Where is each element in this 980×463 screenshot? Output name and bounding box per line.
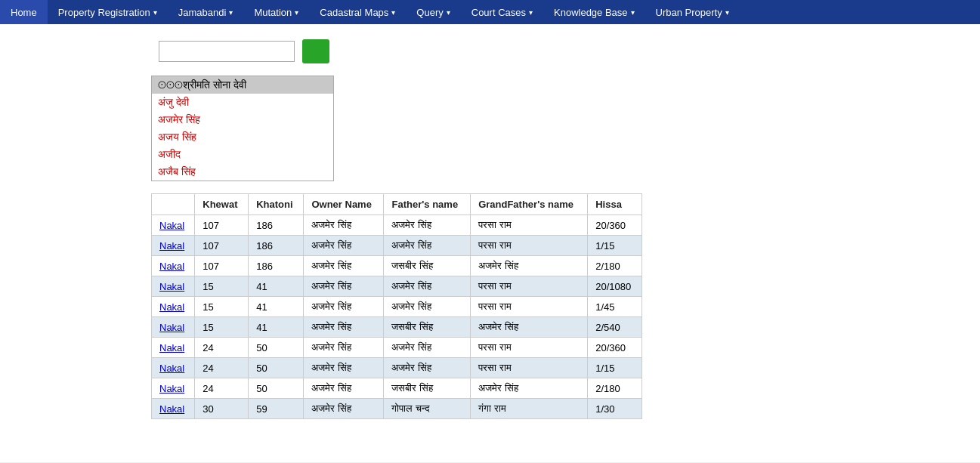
table-cell: अजमेर सिंह xyxy=(304,297,384,317)
table-cell: 41 xyxy=(249,317,304,338)
table-row: Nakal1541अजमेर सिंहअजमेर सिंहपरसा राम1/4… xyxy=(152,297,642,317)
table-cell[interactable]: Nakal xyxy=(152,317,195,338)
table-cell: 186 xyxy=(249,256,304,276)
nav-item-home[interactable]: Home xyxy=(0,0,48,24)
nav-item-urban-property[interactable]: Urban Property▾ xyxy=(645,0,740,24)
header-row: KhewatKhatoniOwner NameFather's nameGran… xyxy=(152,194,642,215)
table-row: Nakal2450अजमेर सिंहजसबीर सिंहअजमेर सिंह2… xyxy=(152,378,642,399)
table-cell: 41 xyxy=(249,276,304,297)
table-row: Nakal107186अजमेर सिंहअजमेर सिंहपरसा राम2… xyxy=(152,215,642,236)
table-cell: 2/180 xyxy=(588,378,642,399)
nav-item-court-cases[interactable]: Court Cases▾ xyxy=(461,0,543,24)
table-cell: 20/360 xyxy=(588,215,642,236)
dropdown-item[interactable]: ⊙⊙⊙श्रीमति सोना देवी xyxy=(152,76,333,94)
dropdown-item[interactable]: अंजु देवी xyxy=(152,94,333,111)
table-cell: 15 xyxy=(195,317,249,338)
table-cell: परसा राम xyxy=(471,236,588,256)
col-header-6: Hissa xyxy=(588,194,642,215)
table-cell: अजमेर सिंह xyxy=(304,378,384,399)
table-cell: अजमेर सिंह xyxy=(384,338,471,358)
table-cell: 24 xyxy=(195,358,249,378)
nav-item-cadastral-maps[interactable]: Cadastral Maps▾ xyxy=(309,0,406,24)
dropdown-arrow-icon: ▾ xyxy=(529,8,533,17)
table-cell: अजमेर सिंह xyxy=(384,215,471,236)
nav-item-knowledge-base[interactable]: Knowledge Base▾ xyxy=(543,0,645,24)
table-cell[interactable]: Nakal xyxy=(152,215,195,236)
table-cell: परसा राम xyxy=(471,297,588,317)
table-cell: 30 xyxy=(195,399,249,419)
table-cell[interactable]: Nakal xyxy=(152,338,195,358)
table-cell: 41 xyxy=(249,297,304,317)
table-cell[interactable]: Nakal xyxy=(152,236,195,256)
main-nav: HomeProperty Registration▾Jamabandi▾Muta… xyxy=(0,0,980,24)
dropdown-item[interactable]: अजैब सिंह xyxy=(152,163,333,181)
nav-item-property-registration[interactable]: Property Registration▾ xyxy=(48,0,168,24)
dropdown-item[interactable]: अजमेर सिंह xyxy=(152,111,333,128)
table-wrapper: KhewatKhatoniOwner NameFather's nameGran… xyxy=(30,193,950,419)
table-cell: अजमेर सिंह xyxy=(471,317,588,338)
table-cell: 107 xyxy=(195,215,249,236)
table-cell: 20/360 xyxy=(588,338,642,358)
table-cell: अजमेर सिंह xyxy=(384,358,471,378)
table-cell: अजमेर सिंह xyxy=(304,256,384,276)
table-row: Nakal1541अजमेर सिंहजसबीर सिंहअजमेर सिंह2… xyxy=(152,317,642,338)
table-cell: अजमेर सिंह xyxy=(304,236,384,256)
nav-item-mutation[interactable]: Mutation▾ xyxy=(243,0,309,24)
table-cell[interactable]: Nakal xyxy=(152,358,195,378)
table-cell: 59 xyxy=(249,399,304,419)
results-table: KhewatKhatoniOwner NameFather's nameGran… xyxy=(151,193,642,419)
dropdown-arrow-icon: ▾ xyxy=(447,8,450,17)
table-cell: 107 xyxy=(195,256,249,276)
table-cell: परसा राम xyxy=(471,358,588,378)
table-cell: अजमेर सिंह xyxy=(304,358,384,378)
table-cell: अजमेर सिंह xyxy=(304,276,384,297)
table-cell: 15 xyxy=(195,276,249,297)
table-cell: 1/15 xyxy=(588,236,642,256)
table-cell: परसा राम xyxy=(471,215,588,236)
col-header-4: Father's name xyxy=(384,194,471,215)
dropdown-list[interactable]: ⊙⊙⊙श्रीमति सोना देवीअंजु देवीअजमेर सिंहअ… xyxy=(151,76,334,181)
table-cell[interactable]: Nakal xyxy=(152,276,195,297)
col-header-0 xyxy=(152,194,195,215)
nav-item-query[interactable]: Query▾ xyxy=(406,0,460,24)
dropdown-arrow-icon: ▾ xyxy=(229,8,233,17)
table-cell: अजमेर सिंह xyxy=(471,256,588,276)
table-cell: अजमेर सिंह xyxy=(384,236,471,256)
col-header-3: Owner Name xyxy=(304,194,384,215)
col-header-5: GrandFather's name xyxy=(471,194,588,215)
table-cell: अजमेर सिंह xyxy=(304,338,384,358)
table-cell: 15 xyxy=(195,297,249,317)
search-area xyxy=(30,39,950,63)
dropdown-arrow-icon: ▾ xyxy=(631,8,635,17)
dropdown-arrow-icon: ▾ xyxy=(295,8,298,17)
table-row: Nakal3059अजमेर सिंहगोपाल चन्दगंगा राम1/3… xyxy=(152,399,642,419)
table-cell: अजमेर सिंह xyxy=(471,378,588,399)
table-cell: 1/30 xyxy=(588,399,642,419)
table-cell[interactable]: Nakal xyxy=(152,256,195,276)
table-cell: 2/540 xyxy=(588,317,642,338)
main-content: ⊙⊙⊙श्रीमति सोना देवीअंजु देवीअजमेर सिंहअ… xyxy=(0,24,980,462)
dropdown-arrow-icon: ▾ xyxy=(725,8,729,17)
table-cell: 186 xyxy=(249,215,304,236)
dropdown-arrow-icon: ▾ xyxy=(391,8,395,17)
dropdown-arrow-icon: ▾ xyxy=(153,8,157,17)
table-cell: परसा राम xyxy=(471,338,588,358)
dropdown-item[interactable]: अजय सिंह xyxy=(152,128,333,146)
table-cell[interactable]: Nakal xyxy=(152,378,195,399)
table-head: KhewatKhatoniOwner NameFather's nameGran… xyxy=(152,194,642,215)
col-header-2: Khatoni xyxy=(249,194,304,215)
table-cell: 1/15 xyxy=(588,358,642,378)
dropdown-item[interactable]: अजीद xyxy=(152,146,333,163)
table-cell: 107 xyxy=(195,236,249,256)
click-button[interactable] xyxy=(302,39,329,63)
table-row: Nakal1541अजमेर सिंहअजमेर सिंहपरसा राम20/… xyxy=(152,276,642,297)
table-cell: 50 xyxy=(249,338,304,358)
table-cell: 24 xyxy=(195,338,249,358)
nav-item-jamabandi[interactable]: Jamabandi▾ xyxy=(168,0,244,24)
table-cell: जसबीर सिंह xyxy=(384,256,471,276)
col-header-1: Khewat xyxy=(195,194,249,215)
table-cell[interactable]: Nakal xyxy=(152,399,195,419)
search-input[interactable] xyxy=(159,41,295,62)
table-cell[interactable]: Nakal xyxy=(152,297,195,317)
table-cell: अजमेर सिंह xyxy=(384,297,471,317)
